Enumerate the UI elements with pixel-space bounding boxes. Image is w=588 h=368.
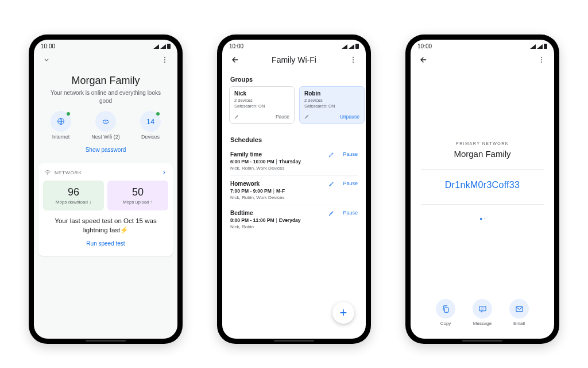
svg-rect-16 — [444, 308, 448, 312]
schedule-item[interactable]: Bedtime 8:00 PM - 11:00 PM|Everyday Nick… — [230, 205, 358, 234]
router-icon — [101, 117, 110, 126]
group-pause-button[interactable]: Unpause — [340, 114, 359, 120]
chevron-down-icon[interactable] — [40, 53, 53, 67]
schedule-item[interactable]: Family time 6:00 PM - 10:00 PM|Thursday … — [230, 147, 358, 175]
more-icon[interactable] — [346, 53, 360, 67]
svg-point-13 — [541, 57, 542, 58]
status-icons — [530, 44, 547, 49]
group-meta: 2 devicesSafesearch: ON — [234, 98, 289, 109]
pencil-icon[interactable] — [304, 114, 310, 119]
network-status-text: Your network is online and everything lo… — [48, 89, 164, 105]
schedule-item[interactable]: Homework 7:00 PM - 9:00 PM|M-F Nick, Rob… — [230, 175, 358, 205]
copy-icon — [442, 305, 450, 313]
groups-header: Groups — [222, 71, 366, 86]
svg-point-1 — [164, 57, 165, 58]
message-icon — [478, 305, 487, 313]
download-speed: 96 Mbps download ↓ — [43, 181, 104, 210]
schedule-members: Nick, Robin — [230, 224, 325, 229]
svg-point-2 — [164, 59, 165, 60]
share-message-button[interactable]: Message — [473, 299, 492, 326]
schedule-pause-button[interactable]: Pause — [343, 151, 358, 157]
email-icon — [515, 305, 524, 313]
network-card: NETWORK 96 Mbps download ↓ 50 Mbps uploa… — [38, 163, 173, 256]
back-icon[interactable] — [228, 53, 242, 67]
network-label: PRIMARY NETWORK — [456, 141, 509, 145]
run-speed-test-link[interactable]: Run speed test — [43, 236, 168, 251]
group-name: Nick — [234, 90, 289, 97]
phone-home: 10:00 Morgan Family Your network is onli… — [29, 34, 183, 344]
group-name: Robin — [304, 90, 359, 97]
status-bar: 10:00 — [411, 40, 554, 51]
svg-point-15 — [541, 62, 542, 63]
schedule-time: 7:00 PM - 9:00 PM|M-F — [230, 188, 325, 194]
group-card[interactable]: Nick 2 devicesSafesearch: ON Pause — [229, 86, 295, 124]
schedule-pause-button[interactable]: Pause — [343, 210, 358, 216]
pager-dots[interactable]: ● · — [479, 216, 485, 221]
schedule-pause-button[interactable]: Pause — [343, 181, 358, 186]
status-bar: 10:00 — [222, 40, 366, 51]
pencil-icon[interactable] — [234, 114, 239, 119]
wifi-password: Dr1nkM0r3Coff33 — [445, 180, 520, 190]
svg-point-14 — [541, 59, 542, 60]
show-password-link[interactable]: Show password — [34, 142, 177, 158]
schedule-name: Family time — [230, 151, 325, 158]
share-copy-button[interactable]: Copy — [436, 299, 455, 326]
status-time: 10:00 — [229, 43, 243, 49]
svg-point-11 — [353, 62, 354, 63]
svg-rect-12 — [544, 44, 547, 49]
page-title: Family Wi-Fi — [272, 55, 316, 64]
svg-rect-8 — [355, 44, 359, 49]
phone-family-wifi: 10:00 Family Wi-Fi Groups Nick 2 devices… — [217, 34, 371, 344]
tile-devices[interactable]: 14 Devices — [133, 111, 168, 140]
fab-add-button[interactable]: + — [332, 302, 354, 324]
pencil-icon[interactable] — [328, 210, 335, 216]
svg-point-9 — [353, 57, 354, 58]
more-icon[interactable] — [535, 53, 548, 67]
svg-point-6 — [105, 121, 106, 122]
network-name: Morgan Family — [34, 75, 177, 87]
status-time: 10:00 — [417, 43, 432, 49]
schedule-members: Nick, Robin, Work Devices — [230, 195, 325, 200]
pencil-icon[interactable] — [328, 181, 335, 187]
schedules-header: Schedules — [222, 132, 366, 147]
status-icons — [153, 44, 171, 49]
pencil-icon[interactable] — [328, 151, 335, 158]
divider — [421, 169, 544, 170]
status-bar: 10:00 — [34, 40, 177, 51]
chevron-right-icon[interactable] — [161, 170, 167, 175]
group-meta: 2 devicesSafesearch: ON — [304, 98, 359, 109]
group-card[interactable]: Robin 2 devicesSafesearch: ON Unpause — [299, 86, 365, 124]
status-icons — [342, 44, 359, 49]
svg-point-7 — [48, 174, 48, 175]
svg-rect-17 — [479, 306, 485, 310]
more-icon[interactable] — [158, 53, 172, 67]
groups-row[interactable]: Nick 2 devicesSafesearch: ON PauseRobin … — [222, 86, 366, 124]
schedule-name: Bedtime — [230, 210, 325, 216]
svg-point-3 — [164, 62, 165, 63]
schedule-time: 6:00 PM - 10:00 PM|Thursday — [230, 159, 325, 164]
share-email-button[interactable]: Email — [509, 299, 529, 326]
divider — [421, 204, 544, 205]
tile-internet[interactable]: Internet — [44, 111, 78, 140]
network-name: Morgan Family — [454, 149, 510, 159]
speed-test-message: Your last speed test on Oct 15 was light… — [49, 216, 163, 235]
tile-nest-wifi[interactable]: Nest Wifi (2) — [88, 111, 123, 140]
schedule-name: Homework — [230, 181, 325, 187]
wifi-icon — [44, 169, 51, 176]
svg-rect-0 — [167, 44, 171, 49]
schedule-members: Nick, Robin, Work Devices — [230, 166, 325, 171]
svg-point-10 — [353, 59, 354, 60]
upload-speed: 50 Mbps upload ↑ — [107, 181, 168, 210]
globe-icon — [56, 117, 65, 126]
phone-share-password: 10:00 PRIMARY NETWORK Morgan Family Dr1n… — [405, 34, 559, 344]
schedule-time: 8:00 PM - 11:00 PM|Everyday — [230, 217, 325, 223]
back-icon[interactable] — [416, 53, 430, 67]
status-time: 10:00 — [41, 43, 55, 49]
group-pause-button[interactable]: Pause — [276, 114, 289, 120]
